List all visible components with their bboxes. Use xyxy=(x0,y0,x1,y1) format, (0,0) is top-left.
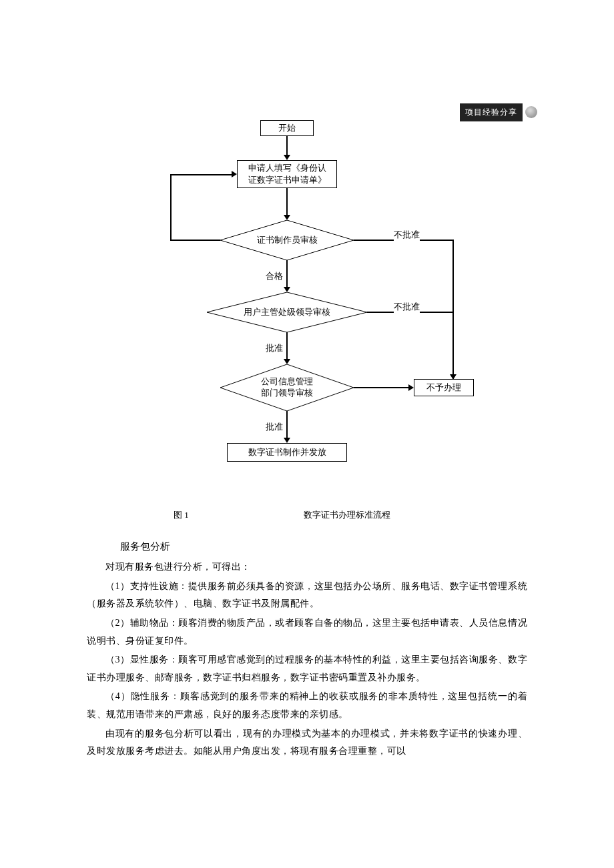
paragraph-1: （1）支持性设施：提供服务前必须具备的资源，这里包括办公场所、服务电话、数字证书… xyxy=(87,578,527,613)
flowchart: 开始 申请人填写《身份认 证数字证书申请单》 证书制作员审核 不批准 合格 用户… xyxy=(133,120,481,500)
fc-reject: 不予办理 xyxy=(414,379,474,396)
paragraph-4: （4）隐性服务：顾客感觉到的服务带来的精神上的收获或服务的非本质特性，这里包括统… xyxy=(87,688,527,723)
fc-review-3-label: 公司信息管理 部门领导审核 xyxy=(261,376,313,399)
fc-review-1-label: 证书制作员审核 xyxy=(257,235,318,246)
fc-edge-reject-2: 不批准 xyxy=(394,299,420,316)
fc-review-2-label: 用户主管处级领导审核 xyxy=(244,307,330,318)
figure-title: 数字证书办理标准流程 xyxy=(227,507,467,524)
fc-step-1: 申请人填写《身份认 证数字证书申请单》 xyxy=(237,160,337,188)
fc-start: 开始 xyxy=(260,120,314,136)
fc-edge-reject-1: 不批准 xyxy=(394,227,420,244)
header-tag-dot-icon xyxy=(525,106,537,118)
paragraph-5: 由现有的服务包分析可以看出，现有的办理模式为基本的办理模式，并未将数字证书的快速… xyxy=(87,725,527,761)
fc-edge-pass-1: 合格 xyxy=(266,268,283,285)
fc-review-1: 证书制作员审核 xyxy=(220,220,354,260)
paragraph-3: （3）显性服务：顾客可用感官感觉到的过程服务的基本特性的利益，这里主要包括咨询服… xyxy=(87,651,527,687)
fc-start-label: 开始 xyxy=(278,122,296,134)
header-tag: 项目经验分享 xyxy=(460,103,537,121)
fc-review-2: 用户主管处级领导审核 xyxy=(207,292,367,332)
fc-edge-pass-3: 批准 xyxy=(266,419,283,436)
fc-reject-label: 不予办理 xyxy=(426,382,461,394)
fc-review-3: 公司信息管理 部门领导审核 xyxy=(220,364,354,411)
paragraph-intro: 对现有服务包进行分析，可得出： xyxy=(87,558,527,576)
fc-edge-pass-2: 批准 xyxy=(266,340,283,357)
figure-number: 图 1 xyxy=(147,507,227,524)
section-title: 服务包分析 xyxy=(120,537,527,556)
fc-final-label: 数字证书制作并发放 xyxy=(248,446,326,458)
fc-final: 数字证书制作并发放 xyxy=(227,443,347,462)
figure-caption: 图 1 数字证书办理标准流程 xyxy=(147,507,467,524)
fc-step-1-label: 申请人填写《身份认 证数字证书申请单》 xyxy=(248,162,326,186)
header-tag-label: 项目经验分享 xyxy=(460,103,523,121)
paragraph-2: （2）辅助物品：顾客消费的物质产品，或者顾客自备的物品，这里主要包括申请表、人员… xyxy=(87,614,527,650)
